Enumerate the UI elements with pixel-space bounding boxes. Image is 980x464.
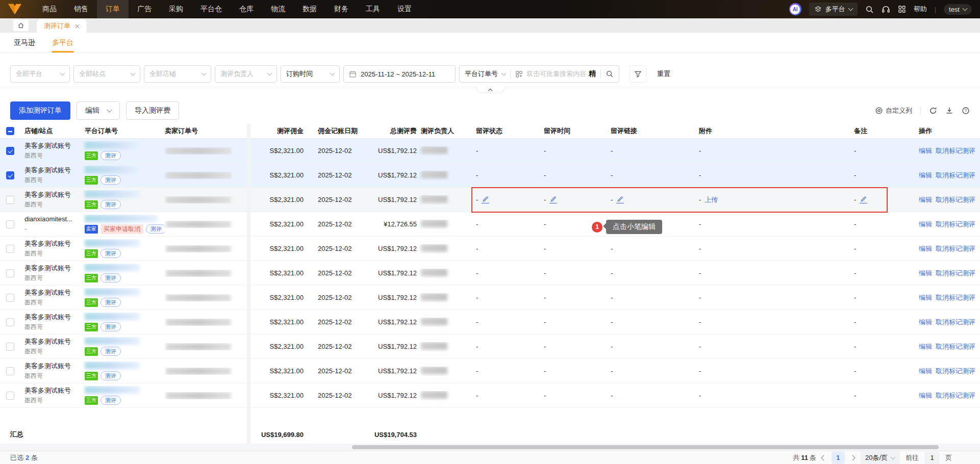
row-action-edit[interactable]: 编辑: [919, 342, 932, 351]
reset-button[interactable]: 重置: [657, 69, 670, 79]
edit-pencil-button[interactable]: [482, 196, 489, 203]
row-action-cancel-mark-review[interactable]: 取消标记测评: [936, 146, 975, 156]
prev-page-button[interactable]: [821, 455, 826, 460]
row-checkbox[interactable]: [6, 245, 14, 253]
upload-link[interactable]: 上传: [705, 195, 718, 204]
next-page-button[interactable]: [849, 455, 855, 460]
row-action-edit[interactable]: 编辑: [919, 391, 932, 400]
headset-icon[interactable]: [882, 5, 890, 14]
nav-item-4[interactable]: 采购: [160, 0, 192, 18]
nav-item-11[interactable]: 设置: [389, 0, 420, 18]
close-icon[interactable]: [75, 24, 80, 29]
row-action-cancel-mark-review[interactable]: 取消标记测评: [936, 318, 975, 327]
edit-pencil-button[interactable]: [860, 196, 867, 203]
row-action-cancel-mark-review[interactable]: 取消标记测评: [936, 342, 975, 351]
search-icon[interactable]: [865, 5, 874, 14]
row-action-edit[interactable]: 编辑: [919, 220, 932, 229]
goto-page-input[interactable]: 1: [924, 452, 940, 464]
row-action-cancel-mark-review[interactable]: 取消标记测评: [936, 220, 975, 229]
shop-select[interactable]: 全部店铺: [144, 65, 211, 83]
platform-select[interactable]: 全部平台: [10, 65, 70, 83]
collapse-filters-tab[interactable]: [476, 87, 505, 93]
row-action-cancel-mark-review[interactable]: 取消标记测评: [936, 244, 975, 253]
row-checkbox[interactable]: [6, 171, 14, 179]
nav-item-10[interactable]: 工具: [357, 0, 389, 18]
row-action-cancel-mark-review[interactable]: 取消标记测评: [936, 391, 975, 400]
refresh-button[interactable]: [929, 107, 937, 115]
row-checkbox[interactable]: [6, 294, 14, 302]
row-action-edit[interactable]: 编辑: [919, 293, 932, 302]
nav-item-5[interactable]: 平台仓: [192, 0, 231, 18]
row-action-cancel-mark-review[interactable]: 取消标记测评: [936, 293, 975, 302]
row-checkbox[interactable]: [6, 367, 14, 375]
exact-match-toggle[interactable]: 精: [589, 69, 596, 79]
nav-item-7[interactable]: 物流: [262, 0, 294, 18]
divider: [510, 69, 511, 79]
subtab-amazon[interactable]: 亚马逊: [14, 33, 35, 53]
ai-assistant-icon[interactable]: AI: [789, 3, 801, 15]
row-action-cancel-mark-review[interactable]: 取消标记测评: [936, 269, 975, 278]
customize-columns-button[interactable]: 自定义列: [875, 106, 912, 115]
select-all-checkbox[interactable]: [6, 127, 14, 135]
remark-cell: -: [850, 245, 918, 252]
search-input[interactable]: 双击可批量搜索内容: [526, 69, 589, 79]
tag-outline-blue: 测评: [100, 396, 121, 405]
time-type-value: 订购时间: [286, 69, 313, 79]
row-action-edit[interactable]: 编辑: [919, 244, 932, 253]
search-field-select[interactable]: 平台订单号: [465, 69, 506, 79]
edit-pencil-button[interactable]: [549, 196, 557, 203]
edit-dropdown-button[interactable]: 编辑: [77, 101, 120, 120]
advanced-filter-button[interactable]: [629, 65, 646, 83]
row-action-edit[interactable]: 编辑: [919, 269, 932, 278]
nav-item-2[interactable]: 订单: [97, 0, 129, 18]
nav-item-3[interactable]: 广告: [129, 0, 160, 18]
row-checkbox[interactable]: [6, 147, 14, 155]
edit-pencil-button[interactable]: [616, 196, 624, 203]
chevron-down-icon: [107, 108, 112, 113]
nav-item-6[interactable]: 仓库: [231, 0, 262, 18]
toolbar-right: 自定义列 ?: [875, 106, 970, 115]
owner-blurred: [421, 146, 447, 154]
row-action-edit[interactable]: 编辑: [919, 318, 932, 327]
nav-item-8[interactable]: 数据: [294, 0, 325, 18]
row-checkbox[interactable]: [6, 269, 14, 277]
app-logo-icon[interactable]: [7, 3, 22, 15]
platform-switcher[interactable]: 多平台: [809, 3, 858, 16]
date-range-picker[interactable]: 2025-11-12 ~ 2025-12-11: [343, 65, 456, 83]
home-tab-button[interactable]: [13, 20, 29, 31]
row-checkbox[interactable]: [6, 392, 14, 400]
export-button[interactable]: [945, 107, 953, 115]
row-action-cancel-mark-review[interactable]: 取消标记测评: [936, 195, 975, 204]
row-action-cancel-mark-review[interactable]: 取消标记测评: [936, 367, 975, 376]
subtab-multiplatform[interactable]: 多平台: [52, 33, 73, 53]
user-menu[interactable]: test: [944, 4, 972, 15]
horizontal-scrollbar-thumb[interactable]: [352, 445, 939, 449]
current-page-button[interactable]: 1: [832, 452, 845, 464]
row-checkbox[interactable]: [6, 343, 14, 351]
row-checkbox[interactable]: [6, 318, 14, 326]
help-button[interactable]: ?: [962, 107, 970, 115]
tab-review-orders[interactable]: 测评订单: [37, 19, 87, 33]
row-action-edit[interactable]: 编辑: [919, 367, 932, 376]
row-action-edit[interactable]: 编辑: [919, 171, 932, 180]
site-select[interactable]: 全部站点: [73, 65, 140, 83]
batch-search-icon[interactable]: [515, 70, 523, 78]
row-checkbox[interactable]: [6, 196, 14, 204]
time-type-select[interactable]: 订购时间: [281, 65, 340, 83]
nav-item-1[interactable]: 销售: [65, 0, 97, 18]
add-review-order-button[interactable]: 添加测评订单: [10, 101, 70, 120]
refresh-icon: [929, 107, 937, 115]
apps-grid-icon[interactable]: [898, 5, 906, 13]
nav-item-0[interactable]: 商品: [34, 0, 65, 18]
row-action-cancel-mark-review[interactable]: 取消标记测评: [936, 171, 975, 180]
import-fee-button[interactable]: 导入测评费: [126, 101, 179, 120]
owner-select[interactable]: 测评负责人: [215, 65, 277, 83]
store-site: 墨西哥: [24, 273, 81, 282]
nav-item-9[interactable]: 财务: [325, 0, 357, 18]
page-size-select[interactable]: 20条/页: [860, 451, 900, 464]
row-action-edit[interactable]: 编辑: [919, 195, 932, 204]
row-checkbox[interactable]: [6, 220, 14, 228]
row-action-edit[interactable]: 编辑: [919, 146, 932, 156]
search-submit-icon[interactable]: [606, 70, 614, 78]
help-link[interactable]: 帮助: [914, 5, 927, 14]
